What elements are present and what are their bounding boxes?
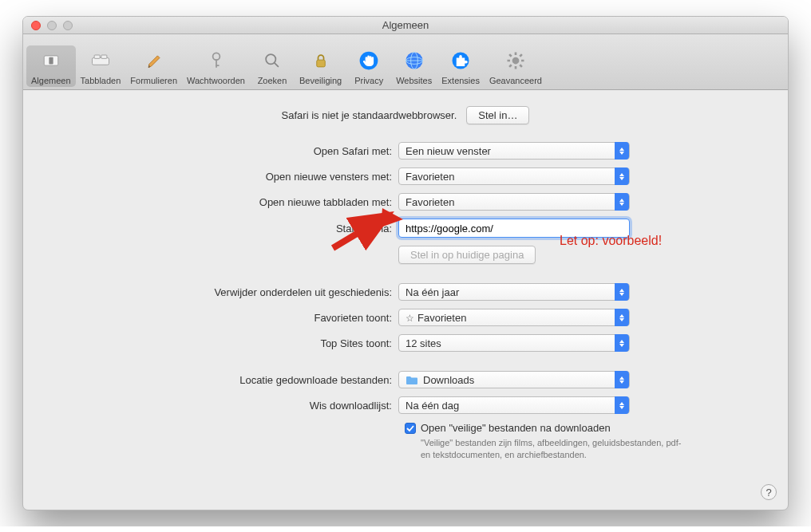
svg-rect-2: [92, 58, 109, 65]
globe-icon: [402, 49, 426, 73]
svg-line-23: [520, 65, 522, 67]
star-icon: ☆: [406, 313, 414, 324]
banner-text: Safari is niet je standaardwebbrowser.: [282, 109, 457, 121]
chevron-updown-icon: [615, 396, 629, 414]
toolbar-item-privacy[interactable]: Privacy: [346, 45, 391, 87]
svg-point-5: [212, 53, 220, 60]
pen-icon: [142, 49, 166, 73]
set-default-button[interactable]: Stel in…: [466, 106, 529, 124]
chevron-updown-icon: [615, 167, 629, 185]
hand-icon: [357, 49, 381, 73]
select-open-safari[interactable]: Een nieuw venster: [398, 142, 630, 160]
chevron-updown-icon: [615, 283, 629, 301]
svg-rect-7: [216, 65, 219, 66]
toolbar-item-extensions[interactable]: Extensies: [437, 45, 485, 87]
label-open-safari: Open Safari met:: [47, 145, 398, 157]
safe-files-help-text: "Veilige" bestanden zijn films, afbeeldi…: [421, 437, 684, 462]
toolbar-item-websites[interactable]: Websites: [391, 45, 437, 87]
svg-point-8: [266, 54, 275, 64]
toolbar-item-autofill[interactable]: Formulieren: [125, 45, 182, 87]
svg-rect-6: [216, 59, 217, 68]
toolbar-item-passwords[interactable]: Wachtwoorden: [182, 45, 250, 87]
svg-rect-10: [316, 60, 325, 67]
toolbar: Algemeen Tabbladen Formulieren Wachtwoor…: [23, 34, 788, 90]
label-top-sites: Top Sites toont:: [47, 337, 398, 349]
select-new-windows[interactable]: Favorieten: [398, 167, 630, 185]
chevron-updown-icon: [615, 334, 629, 352]
tabs-icon: [89, 49, 113, 73]
toolbar-item-tabs[interactable]: Tabbladen: [76, 45, 126, 87]
svg-point-17: [512, 57, 520, 65]
chevron-updown-icon: [615, 371, 629, 388]
toolbar-item-search[interactable]: Zoeken: [250, 45, 295, 87]
select-download-location[interactable]: Downloads: [398, 371, 630, 388]
help-button[interactable]: ?: [761, 484, 777, 500]
puzzle-icon: [449, 49, 473, 73]
label-favorites-shows: Favorieten toont:: [47, 312, 398, 324]
content-pane: Safari is niet je standaardwebbrowser. S…: [23, 90, 788, 510]
chevron-updown-icon: [615, 309, 629, 326]
chevron-updown-icon: [615, 193, 629, 211]
svg-line-25: [520, 54, 522, 57]
gear-icon: [504, 49, 528, 73]
toolbar-item-security[interactable]: Beveiliging: [295, 45, 346, 87]
toolbar-item-advanced[interactable]: Geavanceerd: [485, 45, 547, 87]
svg-marker-27: [381, 208, 403, 227]
folder-icon: [406, 375, 418, 385]
svg-line-9: [275, 63, 279, 67]
window-title: Algemeen: [23, 19, 788, 31]
label-new-windows: Open nieuwe vensters met:: [47, 171, 398, 183]
svg-line-22: [509, 54, 512, 57]
svg-rect-1: [49, 57, 53, 65]
label-clear-downloads: Wis downloadlijst:: [47, 400, 398, 412]
annotation-arrow-icon: [325, 208, 405, 256]
toolbar-item-general[interactable]: Algemeen: [26, 45, 76, 87]
svg-rect-4: [101, 55, 107, 58]
label-new-tabs: Open nieuwe tabbladen met:: [47, 196, 398, 208]
switch-icon: [39, 49, 63, 73]
preferences-window: Algemeen Algemeen Tabbladen Formulieren …: [22, 16, 789, 510]
select-clear-downloads[interactable]: Na één dag: [398, 396, 630, 414]
open-safe-files-checkbox[interactable]: [405, 423, 416, 434]
default-browser-banner: Safari is niet je standaardwebbrowser. S…: [47, 106, 764, 124]
label-download-location: Locatie gedownloade bestanden:: [47, 374, 398, 386]
label-remove-history: Verwijder onderdelen uit geschiedenis:: [47, 286, 398, 298]
titlebar: Algemeen: [23, 17, 788, 34]
select-favorites-shows[interactable]: ☆Favorieten: [398, 309, 630, 326]
svg-line-24: [509, 65, 512, 67]
chevron-updown-icon: [615, 142, 629, 160]
lock-icon: [309, 49, 333, 73]
key-icon: [204, 49, 228, 73]
select-new-tabs[interactable]: Favorieten: [398, 193, 630, 211]
svg-line-26: [333, 215, 389, 248]
search-icon: [260, 49, 284, 73]
select-remove-history[interactable]: Na één jaar: [398, 283, 630, 301]
set-current-page-button[interactable]: Stel in op huidige pagina: [398, 246, 536, 264]
open-safe-files-label: Open "veilige" bestanden na downloaden: [421, 422, 611, 434]
svg-rect-3: [94, 55, 100, 58]
annotation-text: Let op: voorbeeld!: [560, 234, 662, 248]
select-top-sites[interactable]: 12 sites: [398, 334, 630, 352]
check-icon: [406, 424, 414, 432]
